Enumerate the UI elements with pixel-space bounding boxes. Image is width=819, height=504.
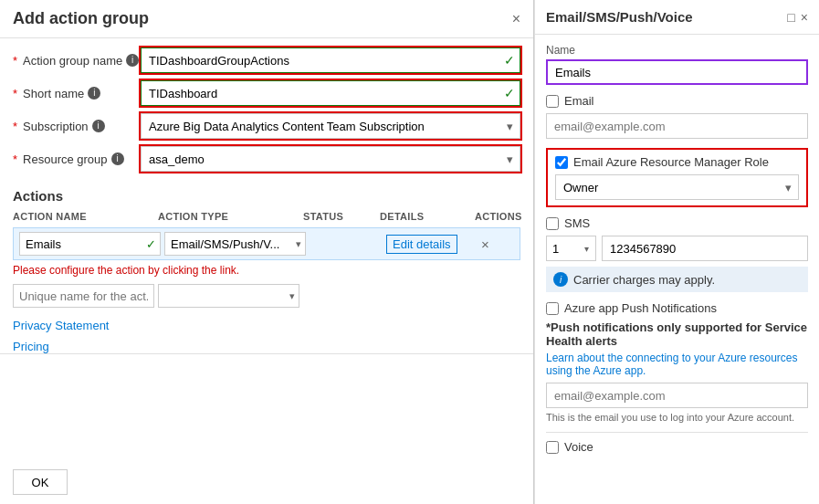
required-star: * [13,54,17,68]
left-panel: Add action group × * Action group name i… [0,0,534,504]
panel-title: Add action group [13,9,149,28]
short-name-row: * Short name i ✓ [13,80,520,106]
privacy-statement-link[interactable]: Privacy Statement [13,319,110,332]
azure-app-link[interactable]: Learn about the connecting to your Azure… [546,352,808,377]
action-type-select-wrapper: Email/SMS/Push/V... ▾ [164,232,306,256]
action-group-name-check-icon: ✓ [504,53,515,68]
short-name-info-icon[interactable]: i [88,87,100,100]
push-notice-text: *Push notifications only supported for S… [546,320,808,348]
col-details: DETAILS [380,211,471,222]
warning-text: Please configure the action by clicking … [13,264,520,277]
subscription-label: * Subscription i [13,120,141,133]
country-code-select-wrapper: 1 ▾ [546,236,596,261]
short-name-label: * Short name i [13,87,141,100]
col-actions: ACTIONS [475,211,534,222]
add-action-row: ▾ [13,284,520,308]
right-panel-close-button[interactable]: × [801,10,808,25]
actions-section: Actions ACTION NAME ACTION TYPE STATUS D… [0,188,533,353]
resource-group-select-wrapper: asa_demo ▾ [141,146,520,172]
action-row-grid: ✓ Email/SMS/Push/V... ▾ Edit details × [19,232,514,256]
right-header-buttons: □ × [787,10,808,25]
sms-checkbox-row: SMS [546,216,808,230]
action-row: ✓ Email/SMS/Push/V... ▾ Edit details × [13,227,520,260]
voice-checkbox[interactable] [546,441,559,454]
subscription-select-wrapper: Azure Big Data Analytics Content Team Su… [141,113,520,139]
voice-checkbox-row: Voice [546,440,808,454]
left-panel-close-button[interactable]: × [512,12,520,26]
carrier-notice: i Carrier charges may apply. [546,267,808,292]
push-email-input[interactable] [546,383,808,408]
phone-number-input[interactable] [602,236,808,261]
country-code-select[interactable]: 1 [546,236,596,261]
push-section: Azure app Push Notifications *Push notif… [546,301,808,423]
phone-row: 1 ▾ [546,236,808,261]
voice-section: Voice [546,432,808,454]
push-notice-bold: *Push notifications only supported for S… [546,320,807,348]
subscription-select[interactable]: Azure Big Data Analytics Content Team Su… [141,113,520,139]
resource-group-select[interactable]: asa_demo [141,146,520,172]
push-helper-text: This is the email you use to log into yo… [546,412,808,423]
action-group-name-input[interactable] [141,47,520,73]
actions-title: Actions [13,188,520,204]
name-field-label: Name [546,44,808,57]
azure-role-checkbox-row: Email Azure Resource Manager Role [555,155,799,169]
email-checkbox-row: Email [546,94,808,108]
actions-table-header: ACTION NAME ACTION TYPE STATUS DETAILS A… [13,211,520,222]
email-checkbox[interactable] [546,95,559,108]
email-input-right[interactable] [546,113,808,139]
remove-cell: × [481,236,534,252]
col-status: STATUS [303,211,376,222]
carrier-notice-text: Carrier charges may apply. [573,273,715,287]
action-name-input[interactable] [19,232,161,256]
voice-checkbox-label[interactable]: Voice [564,440,593,454]
action-name-input-wrapper: ✓ [19,232,161,256]
action-group-name-row: * Action group name i ✓ [13,47,520,73]
subscription-info-icon[interactable]: i [92,120,105,132]
action-group-name-input-wrapper: ✓ [141,47,520,73]
right-content: Name Email Email Azure Resource Manager … [535,35,819,504]
name-input[interactable] [546,59,808,85]
sms-checkbox[interactable] [546,217,559,230]
panel-header: Add action group × [0,0,533,38]
azure-role-checkbox-label[interactable]: Email Azure Resource Manager Role [573,155,769,169]
bottom-section: OK [0,353,533,504]
push-checkbox[interactable] [546,302,559,315]
action-type-select[interactable]: Email/SMS/Push/V... [164,232,306,256]
azure-role-section: Email Azure Resource Manager Role Owner … [546,148,808,207]
email-checkbox-label[interactable]: Email [564,94,594,108]
right-panel-title: Email/SMS/Push/Voice [546,9,693,25]
resource-group-label: * Resource group i [13,152,141,166]
edit-details-cell: Edit details [386,235,478,254]
col-action-type: ACTION TYPE [158,211,299,222]
short-name-input-wrapper: ✓ [141,80,520,106]
form-section: * Action group name i ✓ * Short name i ✓ [0,38,533,188]
sms-checkbox-label[interactable]: SMS [564,216,590,230]
edit-details-button[interactable]: Edit details [386,235,457,254]
add-action-type-wrapper: ▾ [158,284,299,308]
required-star-4: * [13,152,17,166]
right-header: Email/SMS/Push/Voice □ × [535,0,819,35]
push-checkbox-row: Azure app Push Notifications [546,301,808,315]
action-group-name-info-icon[interactable]: i [126,54,139,67]
remove-action-button[interactable]: × [481,236,489,252]
pricing-link[interactable]: Pricing [13,340,49,353]
resource-group-row: * Resource group i asa_demo ▾ [13,146,520,172]
short-name-input[interactable] [141,80,520,106]
right-panel: Email/SMS/Push/Voice □ × Name Email Emai… [534,0,819,504]
action-group-name-label: * Action group name i [13,54,141,68]
minimize-button[interactable]: □ [787,10,794,25]
add-action-type-select[interactable] [158,284,299,308]
action-name-check-icon: ✓ [146,237,156,251]
role-select[interactable]: Owner Contributor Reader [555,174,799,200]
required-star-2: * [13,87,17,100]
ok-button[interactable]: OK [13,469,68,495]
col-action-name: ACTION NAME [13,211,154,222]
resource-group-info-icon[interactable]: i [111,152,124,165]
role-select-wrapper: Owner Contributor Reader ▾ [555,174,799,200]
azure-role-checkbox[interactable] [555,156,568,169]
add-action-name-input[interactable] [13,284,154,308]
carrier-info-icon: i [553,272,568,287]
push-checkbox-label[interactable]: Azure app Push Notifications [564,301,717,315]
subscription-row: * Subscription i Azure Big Data Analytic… [13,113,520,139]
required-star-3: * [13,120,17,133]
